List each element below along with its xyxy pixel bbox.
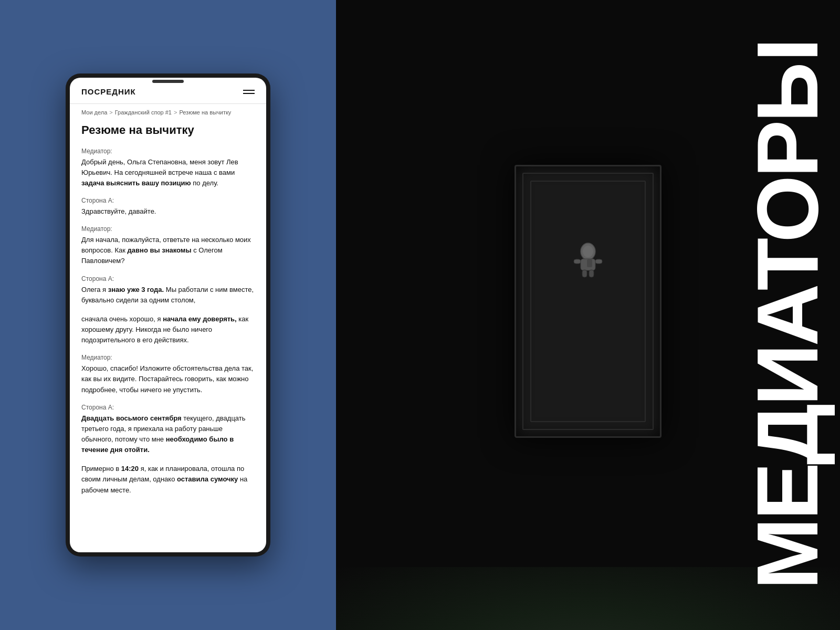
tablet-screen: ПОСРЕДНИК Мои дела > Гражданский спор #1… (70, 78, 266, 552)
breadcrumb-item-2[interactable]: Гражданский спор #1 (115, 109, 172, 116)
speaker-label-0: Медиатор: (81, 148, 255, 155)
tablet-device: ПОСРЕДНИК Мои дела > Гражданский спор #1… (66, 74, 270, 556)
vertical-text-mediatory: МЕДИАТОРЫ (751, 40, 824, 590)
breadcrumb-item-3[interactable]: Резюме на вычитку (179, 109, 231, 116)
svg-rect-5 (582, 270, 587, 277)
dialog-text-6: Двадцать восьмого сентября текущего, два… (81, 413, 255, 456)
dialog-block-7: Примерно в 14:20 я, как и планировала, о… (81, 464, 255, 495)
breadcrumb-sep-2: > (174, 109, 177, 116)
dialog-text-5: Хорошо, спасибо! Изложите обстоятельства… (81, 363, 255, 395)
speaker-label-6: Сторона А: (81, 404, 255, 411)
breadcrumb: Мои дела > Гражданский спор #1 > Резюме … (70, 104, 266, 119)
left-panel: ПОСРЕДНИК Мои дела > Гражданский спор #1… (0, 0, 336, 630)
dialog-text-4: сначала очень хорошо, я начала ему довер… (81, 314, 255, 345)
dialog-text-0: Добрый день, Ольга Степановна, меня зову… (81, 157, 255, 188)
dialog-block-2: Медиатор: Для начала, пожалуйста, ответь… (81, 225, 255, 266)
svg-rect-7 (587, 259, 592, 267)
dialog-block-4: сначала очень хорошо, я начала ему довер… (81, 314, 255, 345)
astronaut-svg (567, 240, 609, 282)
svg-rect-3 (574, 259, 581, 264)
svg-rect-6 (589, 270, 594, 277)
dialog-text-1: Здравствуйте, давайте. (81, 206, 255, 217)
svg-point-1 (583, 246, 593, 257)
speaker-label-3: Сторона А: (81, 275, 255, 282)
app-title: ПОСРЕДНИК (81, 87, 136, 96)
dialog-text-3: Олега я знаю уже 3 года. Мы работали с н… (81, 285, 255, 306)
svg-rect-4 (595, 259, 602, 264)
content-area: Резюме на вычитку Медиатор: Добрый день,… (70, 119, 266, 552)
dialog-block-0: Медиатор: Добрый день, Ольга Степановна,… (81, 148, 255, 188)
astronaut-figure (567, 240, 609, 289)
tablet-notch (152, 80, 184, 83)
speaker-label-2: Медиатор: (81, 225, 255, 233)
vertical-text-container: МЕДИАТОРЫ (735, 0, 840, 630)
hamburger-icon[interactable] (243, 90, 255, 94)
page-title: Резюме на вычитку (81, 123, 255, 138)
dialog-block-5: Медиатор: Хорошо, спасибо! Изложите обст… (81, 354, 255, 395)
dialog-block-6: Сторона А: Двадцать восьмого сентября те… (81, 404, 255, 456)
breadcrumb-sep-1: > (109, 109, 112, 116)
door-frame-outer (514, 165, 662, 438)
dialog-text-7: Примерно в 14:20 я, как и планировала, о… (81, 464, 255, 495)
right-panel: МЕДИАТОРЫ (336, 0, 840, 630)
dialog-block-1: Сторона А: Здравствуйте, давайте. (81, 197, 255, 217)
speaker-label-1: Сторона А: (81, 197, 255, 204)
dialog-block-3: Сторона А: Олега я знаю уже 3 года. Мы р… (81, 275, 255, 306)
door-frame-inner1 (522, 173, 654, 430)
speaker-label-5: Медиатор: (81, 354, 255, 361)
dialog-text-2: Для начала, пожалуйста, ответьте на неск… (81, 235, 255, 266)
breadcrumb-item-1[interactable]: Мои дела (81, 109, 107, 116)
door-frame-inner2 (530, 181, 646, 422)
